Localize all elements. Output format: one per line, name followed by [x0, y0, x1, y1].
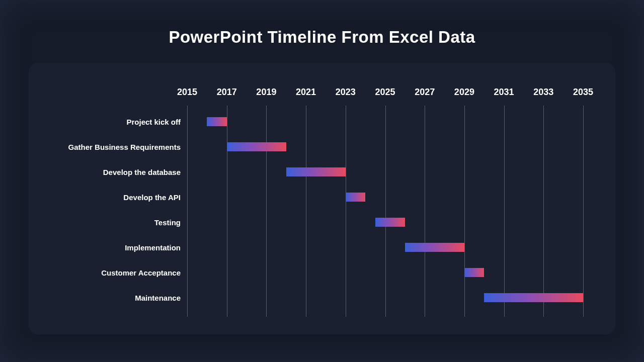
x-tick-label: 2023: [336, 87, 356, 98]
x-tick-label: 2035: [573, 87, 593, 98]
task-label: Gather Business Requirements: [68, 143, 181, 151]
x-tick-label: 2033: [533, 87, 553, 98]
task-label: Project kick off: [126, 118, 181, 126]
x-tick-label: 2021: [296, 87, 316, 98]
task-label: Maintenance: [135, 294, 181, 302]
x-tick-label: 2027: [415, 87, 435, 98]
task-row: Develop the database: [29, 159, 615, 185]
x-tick-label: 2019: [256, 87, 276, 98]
x-axis-ticks: 2015201720192021202320252027202920312033…: [29, 87, 615, 99]
task-bar: [346, 193, 365, 202]
task-bar: [464, 268, 484, 277]
task-row: Maintenance: [29, 285, 615, 310]
task-row: Customer Acceptance: [29, 260, 615, 285]
task-row: Testing: [29, 210, 615, 235]
task-row: Gather Business Requirements: [29, 134, 615, 159]
task-label: Implementation: [125, 243, 181, 252]
task-bar: [375, 218, 405, 227]
task-label: Testing: [154, 218, 181, 227]
task-bar: [484, 293, 583, 302]
task-bar: [286, 167, 346, 176]
task-row: Develop the API: [29, 185, 615, 210]
task-bar: [207, 117, 226, 126]
task-label: Customer Acceptance: [101, 268, 181, 277]
x-tick-label: 2025: [375, 87, 395, 98]
chart-rows: Project kick offGather Business Requirem…: [29, 109, 615, 310]
task-row: Project kick off: [29, 109, 615, 134]
x-tick-label: 2015: [177, 87, 197, 98]
chart-panel: 2015201720192021202320252027202920312033…: [29, 63, 615, 334]
task-row: Implementation: [29, 235, 615, 260]
x-tick-label: 2031: [494, 87, 514, 98]
task-label: Develop the database: [103, 168, 181, 176]
page-title: PowerPoint Timeline From Excel Data: [0, 28, 644, 47]
task-bar: [405, 243, 464, 252]
x-tick-label: 2017: [217, 87, 237, 98]
task-label: Develop the API: [123, 193, 181, 202]
gantt-chart: 2015201720192021202320252027202920312033…: [29, 63, 615, 334]
task-bar: [227, 142, 286, 151]
x-tick-label: 2029: [454, 87, 474, 98]
